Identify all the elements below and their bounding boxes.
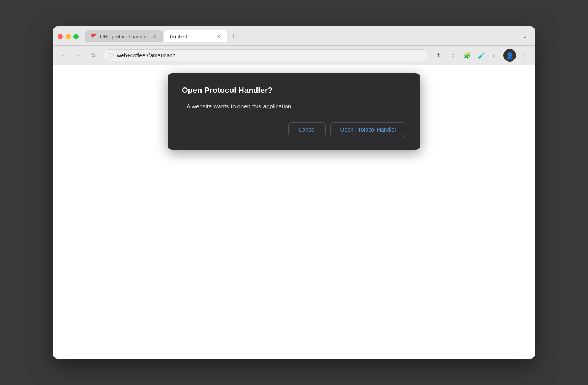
dialog-message: A website wants to open this application… [182, 103, 406, 109]
nav-actions: ⬆ ☆ 🧩 🧪 ▭ 👤 ⋮ [432, 49, 530, 62]
labs-button[interactable]: 🧪 [475, 49, 488, 62]
tab-url-protocol-handler[interactable]: 🚩 URL protocol handler ✕ [85, 30, 163, 42]
labs-icon: 🧪 [478, 52, 485, 59]
page-content: Open Protocol Handler? A website wants t… [53, 65, 535, 359]
share-button[interactable]: ⬆ [432, 49, 445, 62]
tab-favicon-1: 🚩 [90, 33, 97, 40]
address-input[interactable] [117, 52, 423, 59]
more-icon: ⋮ [521, 52, 527, 59]
nav-bar: ← → ↻ ⓘ ⬆ ☆ 🧩 🧪 ▭ [53, 46, 535, 65]
new-tab-button[interactable]: + [228, 30, 239, 42]
back-button[interactable]: ← [58, 49, 70, 61]
sidebar-icon: ▭ [493, 52, 498, 59]
close-button[interactable] [58, 34, 63, 39]
sidebar-button[interactable]: ▭ [489, 49, 502, 62]
minimize-button[interactable] [66, 34, 71, 39]
extensions-icon: 🧩 [464, 52, 471, 59]
share-icon: ⬆ [436, 52, 441, 59]
dialog-buttons: Cancel Open Protocol Handler [182, 122, 406, 137]
tabs-row: 🚩 URL protocol handler ✕ Untitled ✕ + ⌄ [85, 30, 530, 42]
tab-title-1: URL protocol handler [100, 34, 148, 40]
tab-title-2: Untitled [170, 34, 212, 40]
more-button[interactable]: ⋮ [518, 49, 530, 62]
bookmark-icon: ☆ [450, 52, 456, 59]
reload-icon: ↻ [91, 52, 96, 59]
cancel-button[interactable]: Cancel [288, 122, 326, 137]
dialog-title: Open Protocol Handler? [182, 86, 406, 95]
dialog-overlay: Open Protocol Handler? A website wants t… [53, 65, 535, 359]
tab-close-1[interactable]: ✕ [151, 33, 158, 40]
info-icon: ⓘ [109, 52, 114, 59]
maximize-button[interactable] [74, 34, 79, 39]
tab-close-2[interactable]: ✕ [215, 33, 222, 40]
forward-icon: → [76, 52, 81, 59]
profile-button[interactable]: 👤 [503, 49, 516, 62]
address-bar[interactable]: ⓘ [103, 49, 429, 61]
title-bar-top: 🚩 URL protocol handler ✕ Untitled ✕ + ⌄ [58, 30, 530, 42]
tab-untitled[interactable]: Untitled ✕ [164, 30, 227, 42]
forward-button[interactable]: → [73, 49, 85, 61]
bookmark-button[interactable]: ☆ [447, 49, 459, 62]
profile-icon: 👤 [506, 52, 514, 59]
back-icon: ← [61, 52, 66, 59]
reload-button[interactable]: ↻ [88, 49, 100, 61]
tab-dropdown-button[interactable]: ⌄ [519, 30, 530, 42]
protocol-handler-dialog: Open Protocol Handler? A website wants t… [168, 73, 420, 150]
browser-window: 🚩 URL protocol handler ✕ Untitled ✕ + ⌄ … [53, 26, 535, 359]
open-protocol-handler-button[interactable]: Open Protocol Handler [330, 122, 406, 137]
title-bar: 🚩 URL protocol handler ✕ Untitled ✕ + ⌄ [53, 26, 535, 46]
window-controls [58, 34, 79, 39]
extensions-button[interactable]: 🧩 [461, 49, 473, 62]
